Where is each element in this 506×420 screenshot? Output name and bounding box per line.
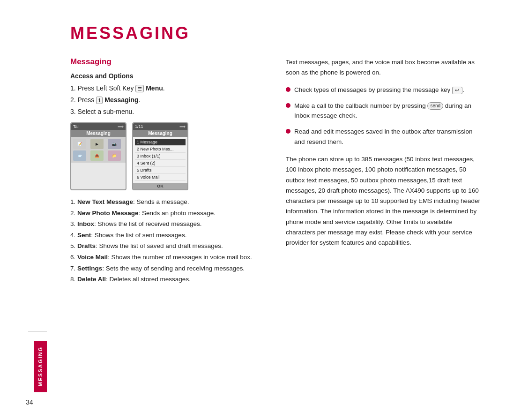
menu-items-list: 1. New Text Message: Sends a message. 2.…	[70, 197, 267, 285]
phone1-icons: 📝 ▶ 📷 📨 📤 📁	[71, 137, 126, 163]
bullet-dot-2	[286, 103, 290, 108]
icon-2: ▶	[90, 139, 104, 149]
phone-menu-6: 6 Voice Mail	[135, 174, 186, 181]
icon-1: 📝	[73, 139, 86, 149]
bullet-text-2: Make a call to the callback number by pr…	[294, 101, 483, 121]
menu-icon: ☰	[135, 85, 144, 92]
main-content: MESSAGING Messaging Access and Options 1…	[47, 0, 506, 420]
sidebar-line	[28, 331, 47, 331]
bullet-item-2: Make a call to the callback number by pr…	[286, 101, 483, 121]
phone-menu-5: 5 Drafts	[135, 167, 186, 174]
icon-5: 📤	[90, 150, 104, 161]
right-column: Text messages, pages, and the voice mail…	[286, 57, 483, 289]
phone2-topbar: 1/11 ⟹	[133, 123, 187, 130]
phone-menu-1: 1 Message	[135, 139, 186, 146]
bullet-text-3: Read and edit messages saved in the outb…	[294, 127, 483, 147]
phone-mockups: Tall ⟹ Messaging 📝 ▶ 📷 📨 📤 📁	[70, 122, 267, 190]
menu-item-7: 7. Settings: Sets the way of sending and…	[70, 263, 267, 274]
menu-item-1: 1. New Text Message: Sends a message.	[70, 197, 267, 207]
page-number: 34	[26, 398, 33, 406]
phone2-right: ⟹	[179, 124, 186, 129]
body-text: The phone can store up to 385 messages (…	[286, 154, 483, 248]
sidebar-label: MESSAGING	[34, 341, 47, 392]
left-column: Messaging Access and Options 1. Press Le…	[70, 57, 267, 289]
phone-screen-1: Tall ⟹ Messaging 📝 ▶ 📷 📨 📤 📁	[70, 122, 126, 190]
num-key-1: 1	[96, 97, 103, 104]
phone1-signal: Tall	[73, 124, 80, 129]
access-options-title: Access and Options	[70, 72, 267, 80]
phone2-ok: OK	[133, 183, 187, 189]
bullet-text-1: Check types of messages by pressing the …	[294, 85, 464, 95]
bullet-item-3: Read and edit messages saved in the outb…	[286, 127, 483, 147]
bullet-item-1: Check types of messages by pressing the …	[286, 85, 483, 95]
phone-menu-4: 4 Sent (2)	[135, 160, 186, 167]
sidebar: MESSAGING	[0, 0, 47, 420]
phone2-left: 1/11	[135, 124, 143, 129]
intro-text: Text messages, pages, and the voice mail…	[286, 57, 483, 77]
icon-4: 📨	[73, 150, 86, 161]
phone-screen-2: 1/11 ⟹ Messaging 1 Message 2 New Photo M…	[132, 122, 188, 190]
phone-menu-2: 2 New Photo Mes...	[135, 146, 186, 153]
bullet-dot-1	[286, 87, 290, 92]
phone2-title: Messaging	[133, 130, 187, 137]
phone1-topbar: Tall ⟹	[71, 123, 126, 130]
msg-key-icon: ↩	[452, 87, 462, 94]
icon-3: 📷	[108, 139, 121, 149]
menu-item-6: 6. Voice Mail: Shows the number of messa…	[70, 252, 267, 262]
bullet-list: Check types of messages by pressing the …	[286, 85, 483, 147]
page-big-title: MESSAGING	[70, 23, 483, 43]
step2-label: Messaging	[104, 96, 138, 104]
step1-key: Menu	[146, 84, 163, 92]
menu-item-4: 4. Sent: Shows the list of sent messages…	[70, 230, 267, 240]
menu-item-3: 3. Inbox: Shows the list of received mes…	[70, 219, 267, 229]
send-key-icon: send	[427, 102, 443, 110]
menu-item-5: 5. Drafts: Shows the list of saved and d…	[70, 241, 267, 251]
step-1: 1. Press Left Soft Key ☰ Menu.	[70, 83, 267, 93]
phone-menu-3: 3 Inbox (1/1)	[135, 153, 186, 160]
phone2-body: 1 Message 2 New Photo Mes... 3 Inbox (1/…	[133, 137, 187, 183]
menu-item-8: 8. Delete All: Deletes all stored messag…	[70, 274, 267, 285]
step-2: 2. Press 1 Messaging.	[70, 95, 267, 105]
icon-6: 📁	[108, 150, 121, 161]
phone1-right: ⟹	[118, 124, 124, 129]
step-3: 3. Select a sub-menu.	[70, 107, 267, 117]
section-title: Messaging	[70, 57, 267, 67]
menu-item-2: 2. New Photo Message: Sends an photo mes…	[70, 208, 267, 218]
phone1-title: Messaging	[71, 130, 126, 137]
content-area: Messaging Access and Options 1. Press Le…	[70, 57, 483, 289]
bullet-dot-3	[286, 129, 290, 134]
steps-list: 1. Press Left Soft Key ☰ Menu. 2. Press …	[70, 83, 267, 117]
